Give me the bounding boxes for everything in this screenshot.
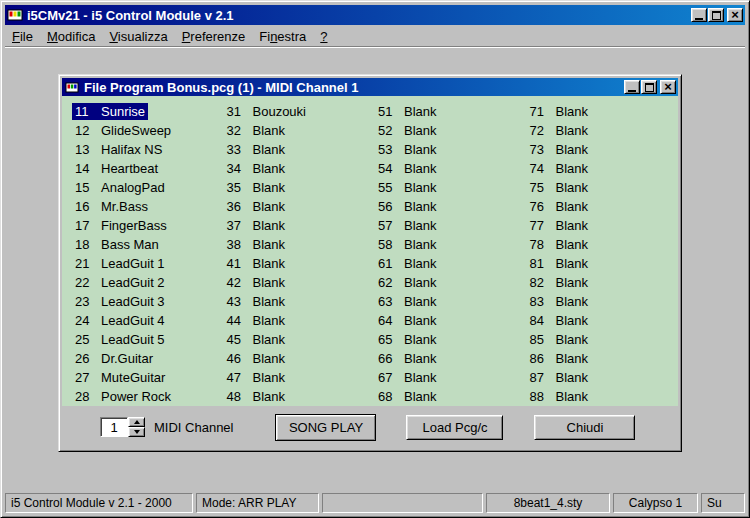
song-play-button[interactable]: SONG PLAY: [275, 414, 376, 441]
child-maximize-button[interactable]: [641, 80, 657, 94]
program-item[interactable]: 71Blank: [527, 102, 679, 121]
minimize-button[interactable]: [691, 8, 707, 22]
child-minimize-button[interactable]: [624, 80, 640, 94]
program-item[interactable]: 68Blank: [375, 387, 527, 406]
program-item[interactable]: 26Dr.Guitar: [72, 349, 224, 368]
program-item[interactable]: 16Mr.Bass: [72, 197, 224, 216]
program-item[interactable]: 88Blank: [527, 387, 679, 406]
program-item[interactable]: 35Blank: [224, 178, 376, 197]
program-entry: 33Blank: [224, 141, 289, 158]
program-item[interactable]: 28Power Rock: [72, 387, 224, 406]
chiudi-button[interactable]: Chiudi: [534, 415, 635, 440]
spinner-down-button[interactable]: [128, 427, 145, 437]
program-item[interactable]: 23LeadGuit 3: [72, 292, 224, 311]
title-bar[interactable]: i5CMv21 - i5 Control Module v 2.1 ×: [5, 5, 745, 25]
program-item[interactable]: 38Blank: [224, 235, 376, 254]
child-title-bar[interactable]: File Program Bonus.pcg (1) - MIDI Channe…: [62, 78, 678, 96]
program-item[interactable]: 13Halifax NS: [72, 140, 224, 159]
program-item[interactable]: 83Blank: [527, 292, 679, 311]
program-item[interactable]: 78Blank: [527, 235, 679, 254]
program-item[interactable]: 12GlideSweep: [72, 121, 224, 140]
maximize-button[interactable]: [708, 8, 724, 22]
program-item[interactable]: 41Blank: [224, 254, 376, 273]
program-item[interactable]: 46Blank: [224, 349, 376, 368]
program-item[interactable]: 25LeadGuit 5: [72, 330, 224, 349]
program-item[interactable]: 27MuteGuitar: [72, 368, 224, 387]
program-item[interactable]: 32Blank: [224, 121, 376, 140]
load-pcg-button[interactable]: Load Pcg/c: [406, 415, 503, 440]
program-item[interactable]: 62Blank: [375, 273, 527, 292]
menu-item-preferenze[interactable]: Preferenze: [175, 27, 253, 46]
close-button[interactable]: ×: [727, 8, 743, 22]
menu-item-file[interactable]: File: [5, 27, 40, 46]
down-arrow-icon: [134, 430, 140, 434]
menu-item-modifica[interactable]: Modifica: [40, 27, 102, 46]
menu-item-help[interactable]: ?: [313, 27, 334, 46]
program-item[interactable]: 65Blank: [375, 330, 527, 349]
program-item[interactable]: 11Sunrise: [72, 102, 224, 121]
program-item[interactable]: 52Blank: [375, 121, 527, 140]
program-item[interactable]: 45Blank: [224, 330, 376, 349]
program-item[interactable]: 51Blank: [375, 102, 527, 121]
program-item[interactable]: 86Blank: [527, 349, 679, 368]
program-item[interactable]: 22LeadGuit 2: [72, 273, 224, 292]
menu-item-visualizza[interactable]: Visualizza: [102, 27, 174, 46]
program-item[interactable]: 55Blank: [375, 178, 527, 197]
midi-channel-label: MIDI Channel: [154, 420, 233, 435]
program-item[interactable]: 63Blank: [375, 292, 527, 311]
program-item[interactable]: 14Heartbeat: [72, 159, 224, 178]
program-number: 77: [530, 218, 556, 233]
child-close-button[interactable]: ×: [660, 80, 676, 94]
program-item[interactable]: 61Blank: [375, 254, 527, 273]
program-item[interactable]: 57Blank: [375, 216, 527, 235]
program-item[interactable]: 53Blank: [375, 140, 527, 159]
program-number: 43: [227, 294, 253, 309]
program-item[interactable]: 37Blank: [224, 216, 376, 235]
program-item[interactable]: 54Blank: [375, 159, 527, 178]
program-item[interactable]: 47Blank: [224, 368, 376, 387]
program-name: Blank: [253, 351, 286, 366]
program-item[interactable]: 42Blank: [224, 273, 376, 292]
program-item[interactable]: 82Blank: [527, 273, 679, 292]
program-item[interactable]: 15AnalogPad: [72, 178, 224, 197]
spinner-up-button[interactable]: [128, 417, 145, 427]
program-name: LeadGuit 5: [101, 332, 165, 347]
program-item[interactable]: 48Blank: [224, 387, 376, 406]
program-item[interactable]: 81Blank: [527, 254, 679, 273]
program-name: Mr.Bass: [101, 199, 148, 214]
midi-channel-input[interactable]: [100, 417, 128, 437]
program-item[interactable]: 84Blank: [527, 311, 679, 330]
program-entry: 45Blank: [224, 331, 289, 348]
program-item[interactable]: 67Blank: [375, 368, 527, 387]
program-number: 45: [227, 332, 253, 347]
program-item[interactable]: 21LeadGuit 1: [72, 254, 224, 273]
program-item[interactable]: 31Bouzouki: [224, 102, 376, 121]
program-item[interactable]: 77Blank: [527, 216, 679, 235]
program-item[interactable]: 66Blank: [375, 349, 527, 368]
program-item[interactable]: 64Blank: [375, 311, 527, 330]
program-item[interactable]: 18Bass Man: [72, 235, 224, 254]
program-number: 54: [378, 161, 404, 176]
program-item[interactable]: 74Blank: [527, 159, 679, 178]
program-item[interactable]: 43Blank: [224, 292, 376, 311]
program-item[interactable]: 17FingerBass: [72, 216, 224, 235]
program-item[interactable]: 34Blank: [224, 159, 376, 178]
program-item[interactable]: 75Blank: [527, 178, 679, 197]
menu-item-finestra[interactable]: Finestra: [252, 27, 313, 46]
program-name: Blank: [404, 351, 437, 366]
program-item[interactable]: 76Blank: [527, 197, 679, 216]
program-item[interactable]: 87Blank: [527, 368, 679, 387]
program-item[interactable]: 85Blank: [527, 330, 679, 349]
program-item[interactable]: 73Blank: [527, 140, 679, 159]
program-number: 58: [378, 237, 404, 252]
program-name: Bass Man: [101, 237, 159, 252]
program-item[interactable]: 33Blank: [224, 140, 376, 159]
program-item[interactable]: 36Blank: [224, 197, 376, 216]
program-item[interactable]: 72Blank: [527, 121, 679, 140]
program-entry: 14Heartbeat: [72, 160, 161, 177]
program-item[interactable]: 44Blank: [224, 311, 376, 330]
program-item[interactable]: 56Blank: [375, 197, 527, 216]
program-item[interactable]: 58Blank: [375, 235, 527, 254]
program-entry: 46Blank: [224, 350, 289, 367]
program-item[interactable]: 24LeadGuit 4: [72, 311, 224, 330]
